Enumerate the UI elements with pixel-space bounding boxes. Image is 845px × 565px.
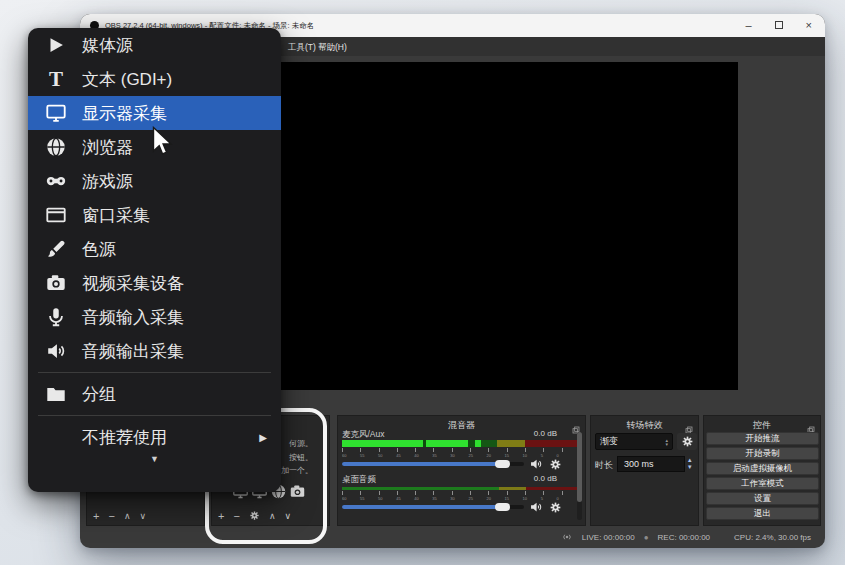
slider-fill [342, 462, 509, 466]
menu-item-media-source[interactable]: 媒体源 [28, 28, 281, 62]
broadcast-icon [561, 531, 573, 543]
monitor-icon [44, 101, 68, 125]
mixer-channel-name: 桌面音频 [342, 474, 376, 486]
slider-handle[interactable] [495, 460, 510, 468]
transition-settings-button[interactable] [677, 433, 697, 450]
brush-icon [44, 237, 68, 261]
menu-scroll-down-icon[interactable]: ▼ [28, 454, 281, 466]
menu-item-game-capture[interactable]: 游戏源 [28, 164, 281, 198]
transition-select[interactable]: 渐变 ▴ ▾ [595, 433, 673, 450]
globe-icon [44, 135, 68, 159]
menu-separator [38, 372, 271, 373]
minimize-button[interactable]: – [745, 20, 751, 31]
volume-meter [342, 487, 580, 490]
menu-separator [38, 415, 271, 416]
menubar-item-tools[interactable]: 工具(T) [288, 42, 316, 54]
rec-dot-icon: ● [644, 533, 649, 542]
microphone-icon [44, 305, 68, 329]
volume-slider[interactable] [342, 503, 524, 511]
popout-icon[interactable] [572, 420, 580, 428]
channel-settings-gear-icon[interactable] [549, 501, 562, 514]
submenu-arrow-icon: ▶ [259, 432, 267, 443]
slider-handle[interactable] [495, 503, 510, 511]
volume-slider[interactable] [342, 460, 524, 468]
menu-item-deprecated[interactable]: 不推荐使用 ▶ [28, 420, 281, 454]
folder-icon [44, 382, 68, 406]
maximize-icon [775, 21, 783, 29]
studio-mode-button[interactable]: 工作室模式 [706, 477, 819, 490]
menu-item-audio-input-capture[interactable]: 音频输入采集 [28, 300, 281, 334]
scene-down-button[interactable]: ∨ [139, 512, 146, 521]
exit-button[interactable]: 退出 [706, 507, 819, 520]
mouse-cursor [152, 126, 174, 162]
media-play-icon [44, 33, 68, 57]
scene-up-button[interactable]: ∧ [124, 512, 131, 521]
speaker-icon [44, 339, 68, 363]
start-recording-button[interactable]: 开始录制 [706, 447, 819, 460]
close-button[interactable]: × [806, 20, 812, 31]
gamepad-icon [44, 169, 68, 193]
scenes-toolbar: + − ∧ ∨ [87, 509, 204, 523]
rec-time: REC: 00:00:00 [658, 533, 710, 542]
cpu-fps-stats: CPU: 2.4%, 30.00 fps [734, 533, 811, 542]
duration-label: 时长 [595, 459, 613, 472]
start-streaming-button[interactable]: 开始推流 [706, 432, 819, 445]
channel-settings-gear-icon[interactable] [549, 458, 562, 471]
mute-speaker-icon[interactable] [529, 500, 543, 514]
menubar-item-help[interactable]: 帮助(H) [318, 42, 347, 54]
menu-item-video-capture-device[interactable]: 视频采集设备 [28, 266, 281, 300]
screenshot-background: OBS 27.2.4 (64-bit, windows) - 配置文件: 未命名… [0, 0, 845, 565]
maximize-button[interactable] [775, 20, 783, 31]
controls-panel: 控件 开始推流 开始录制 启动虚拟摄像机 工作室模式 设置 退出 [703, 415, 821, 526]
mixer-channel-db: 0.0 dB [534, 474, 557, 483]
meter-ticks [342, 448, 580, 452]
start-virtual-camera-button[interactable]: 启动虚拟摄像机 [706, 462, 819, 475]
select-spinner[interactable]: ▴ ▾ [665, 438, 668, 446]
duration-spinner[interactable]: ▴ ▾ [688, 456, 692, 470]
menu-item-window-capture[interactable]: 窗口采集 [28, 198, 281, 232]
menu-item-display-capture[interactable]: 显示器采集 [28, 96, 281, 130]
controls-title: 控件 [704, 419, 820, 432]
menu-item-text-gdi[interactable]: T 文本 (GDI+) [28, 62, 281, 96]
mixer-channel-db: 0.0 dB [534, 429, 557, 438]
duration-value: 300 ms [624, 459, 654, 469]
menu-item-color-source[interactable]: 色源 [28, 232, 281, 266]
mute-speaker-icon[interactable] [529, 457, 543, 471]
add-scene-button[interactable]: + [93, 511, 99, 522]
volume-meter [342, 440, 580, 447]
caret-up-icon: ▴ [688, 456, 692, 463]
caret-down-icon: ▾ [665, 442, 668, 446]
settings-button[interactable]: 设置 [706, 492, 819, 505]
transition-selected-value: 渐变 [600, 435, 618, 448]
camera-icon [44, 271, 68, 295]
duration-input[interactable]: 300 ms [617, 456, 685, 472]
audio-mixer-panel: 混音器 麦克风/Aux 0.0 dB 60 55 50 45 40 35 30 … [337, 415, 586, 526]
add-source-context-menu: 媒体源 T 文本 (GDI+) 显示器采集 浏览器 游戏源 窗口采集 色源 [28, 28, 281, 492]
transitions-title: 转场特效 [591, 419, 698, 432]
window-icon [44, 203, 68, 227]
remove-scene-button[interactable]: − [108, 511, 114, 522]
popout-icon[interactable] [685, 420, 693, 428]
popout-icon[interactable] [807, 420, 815, 428]
text-icon: T [44, 67, 68, 91]
scene-transitions-panel: 转场特效 渐变 ▴ ▾ 时长 300 ms ▴ ▾ [590, 415, 699, 526]
caret-down-icon: ▾ [688, 463, 692, 470]
menu-item-group[interactable]: 分组 [28, 377, 281, 411]
meter-ticks [342, 491, 580, 495]
slider-fill [342, 505, 509, 509]
menu-item-audio-output-capture[interactable]: 音频输出采集 [28, 334, 281, 368]
statusbar: LIVE: 00:00:00 ● REC: 00:00:00 CPU: 2.4%… [561, 531, 811, 543]
live-time: LIVE: 00:00:00 [582, 533, 635, 542]
mixer-scrollbar[interactable] [577, 432, 582, 520]
scrollbar-thumb[interactable] [577, 432, 582, 502]
